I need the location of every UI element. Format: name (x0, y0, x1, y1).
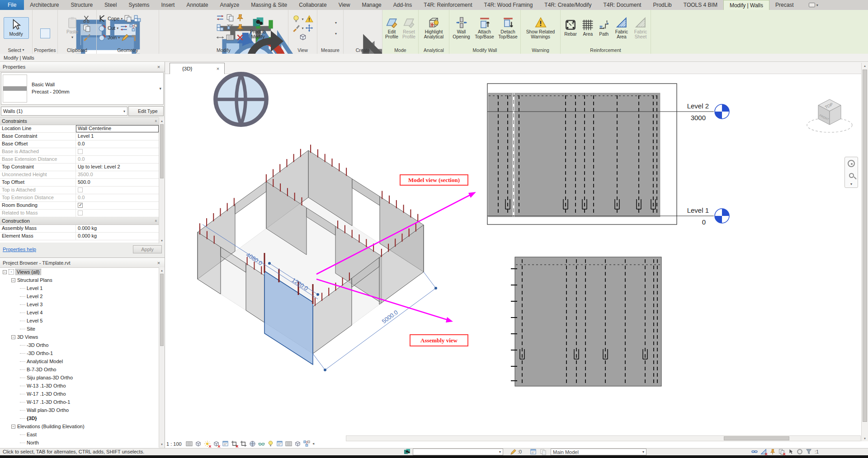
tree-item-label[interactable]: Elevations (Building Elevation) (17, 424, 85, 429)
panel-label-measure[interactable]: Measure (317, 46, 343, 54)
tab-analyze[interactable]: Analyze (214, 0, 245, 10)
tree-item[interactable]: East (0, 430, 159, 439)
type-properties-icon[interactable] (40, 18, 50, 28)
panel-label-modify-wall[interactable]: Modify Wall (449, 46, 520, 54)
tree-expander-icon[interactable]: − (3, 270, 7, 274)
edit-profile-button[interactable]: Edit Profile (384, 15, 400, 41)
dimension-5000[interactable]: 5000.0 (381, 309, 399, 325)
collapse-section-icon[interactable]: « (153, 220, 158, 222)
unlocked-view-icon[interactable] (249, 440, 256, 447)
tree-item-label[interactable]: B-7-3D Ortho (27, 367, 56, 372)
beam-joins-icon[interactable] (131, 33, 139, 42)
model-graphics[interactable]: 4080.0 1220.0 5000.0 Level 2 (165, 62, 868, 448)
tree-item[interactable]: Wall plan-3D Ortho (0, 406, 159, 414)
tree-expander-icon[interactable]: − (11, 278, 15, 282)
mirror-draw-axis-icon[interactable] (203, 16, 213, 26)
panel-label-view[interactable]: View (288, 46, 317, 54)
temporary-hide-isolate-icon[interactable] (258, 440, 265, 447)
move-icon[interactable] (178, 28, 188, 38)
tab-t4r-document[interactable]: T4R: Document (597, 0, 647, 10)
tree-item[interactable]: Site (0, 325, 159, 333)
tree-item-label[interactable]: Level 3 (27, 302, 42, 307)
path-reinforcement-button[interactable]: Path (597, 18, 611, 38)
tree-item-label[interactable]: Level 2 (27, 294, 42, 299)
tree-item[interactable]: North (0, 439, 159, 447)
tab-modify-walls[interactable]: Modify | Walls (723, 0, 769, 10)
mirror-icon[interactable] (190, 16, 200, 26)
scroll-up-icon[interactable]: ▴ (159, 118, 165, 124)
scrollbar-thumb[interactable] (863, 70, 867, 422)
active-only-icon[interactable] (540, 449, 547, 455)
tree-expander-icon[interactable]: − (11, 425, 15, 429)
drawing-area[interactable]: {3D} × (165, 62, 868, 448)
tree-item[interactable]: Level 3 (0, 300, 159, 308)
vertical-scrollbar[interactable]: ▴ ▾ (861, 63, 868, 441)
cut-to-clipboard-icon[interactable] (83, 15, 91, 23)
split-icon[interactable] (216, 14, 224, 22)
render-icon[interactable] (305, 15, 313, 23)
drag-on-selection-icon[interactable] (788, 449, 794, 455)
property-value[interactable]: Up to level: Level 2 (76, 164, 159, 171)
align-icon[interactable] (178, 16, 188, 26)
properties-scrollbar[interactable]: ▴ ▾ (159, 118, 165, 243)
tree-item-label[interactable]: {3D} (27, 416, 37, 421)
horizontal-scrollbar[interactable] (346, 435, 861, 441)
measure-angle-icon[interactable] (324, 28, 334, 38)
array-icon[interactable] (226, 14, 234, 22)
array-linear-icon[interactable] (226, 33, 234, 42)
design-options-icon[interactable] (530, 449, 537, 455)
tree-item[interactable]: W-17 .1-3D Ortho-1 (0, 398, 159, 406)
tab-prodlib[interactable]: ProdLib (647, 0, 677, 10)
crop-view-icon[interactable] (231, 440, 238, 447)
visual-style-icon[interactable] (195, 440, 202, 447)
property-value[interactable]: 500.0 (76, 179, 159, 186)
edit-type-button[interactable]: Edit Type (128, 106, 164, 116)
wall-opening-button[interactable]: Wall Opening (451, 15, 472, 41)
reveal-constraints-icon[interactable] (285, 440, 292, 447)
detach-top-base-button[interactable]: Detach Top/Base (497, 15, 519, 41)
match-icon[interactable] (216, 33, 224, 42)
workset-dropdown[interactable]: ▾ (413, 449, 503, 455)
tab-precast[interactable]: Precast (769, 0, 800, 10)
cut-geometry-alt-icon[interactable] (124, 14, 132, 23)
show-crop-region-icon[interactable] (240, 440, 247, 447)
prodlib-modify-button[interactable]: ProdLib Modify (246, 15, 270, 41)
properties-help-link[interactable]: Properties help (3, 247, 36, 252)
properties-palette-icon[interactable] (40, 28, 50, 38)
tree-item-label[interactable]: East (27, 432, 37, 437)
delete-icon[interactable] (236, 33, 244, 42)
tree-item-label[interactable]: North (27, 440, 39, 445)
chevron-left-icon[interactable]: ▾ (311, 443, 315, 444)
panel-label-geometry[interactable]: Geometry (97, 46, 159, 54)
tree-item-label[interactable]: -3D Ortho-1 (27, 351, 53, 356)
tab-t4r-wood-framing[interactable]: T4R: Wood Framing (478, 0, 539, 10)
reset-profile-button[interactable]: Reset Profile (401, 15, 417, 41)
cut-button[interactable]: Cut▾ (98, 24, 137, 33)
section-box-icon[interactable] (305, 24, 313, 32)
panel-label-reinforcement[interactable]: Reinforcement (561, 46, 651, 54)
tab-t4r-reinforcement[interactable]: T4R: Reinforcement (418, 0, 478, 10)
rendering-dialog-icon[interactable] (222, 440, 229, 447)
measure-distance-icon[interactable] (324, 18, 334, 28)
tree-item[interactable]: Analytical Model (0, 357, 159, 365)
pin-icon[interactable] (236, 14, 244, 22)
editable-only-icon[interactable] (510, 449, 517, 455)
select-links-icon[interactable] (751, 449, 758, 455)
tree-item[interactable]: Level 2 (0, 292, 159, 300)
design-option-dropdown[interactable]: Main Model▾ (551, 449, 646, 455)
trim-extend-icon[interactable] (226, 23, 234, 32)
scroll-down-icon[interactable]: ▾ (159, 441, 165, 447)
temporary-view-properties-icon[interactable] (276, 440, 283, 447)
tab-manage[interactable]: Manage (356, 0, 387, 10)
tab-annotate[interactable]: Annotate (180, 0, 214, 10)
tree-item[interactable]: −Elevations (Building Elevation) (0, 422, 159, 430)
panel-label-mode[interactable]: Mode (382, 46, 418, 54)
tree-item-label[interactable]: W-17 .1-3D Ortho (27, 391, 66, 397)
property-section-header[interactable]: Construction« (0, 217, 159, 225)
linework-icon[interactable] (292, 24, 300, 32)
zoom-icon[interactable] (846, 170, 856, 180)
tree-item[interactable]: Siju planas-3D Ortho (0, 374, 159, 382)
tab-collaborate[interactable]: Collaborate (293, 0, 332, 10)
tree-item[interactable]: −Structural Plans (0, 276, 159, 284)
tree-item-label[interactable]: 3D Views (17, 334, 38, 340)
